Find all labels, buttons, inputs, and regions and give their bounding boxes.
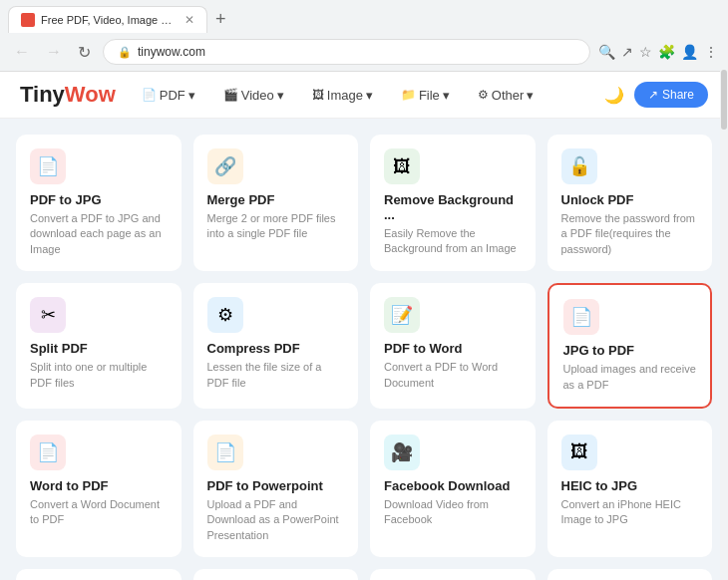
tool-desc-pdf-to-powerpoint: Upload a PDF and Download as a PowerPoin… — [207, 497, 345, 543]
tool-card-pdf-to-jpg[interactable]: 📄PDF to JPGConvert a PDF to JPG and down… — [16, 135, 182, 271]
nav-pdf-label: PDF — [160, 88, 185, 103]
tool-icon-facebook-download: 🎥 — [384, 435, 420, 470]
tool-desc-jpg-to-pdf: Upload images and receive as a PDF — [563, 362, 697, 393]
share-button[interactable]: ↗ Share — [634, 82, 708, 108]
tool-title-word-to-pdf: Word to PDF — [30, 478, 168, 493]
browser-chrome: Free PDF, Video, Image & Othe... ✕ + ← →… — [0, 0, 728, 72]
nav-image[interactable]: 🖼 Image ▾ — [306, 84, 379, 107]
menu-icon[interactable]: ⋮ — [704, 44, 718, 60]
tool-desc-compress-pdf: Lessen the file size of a PDF file — [207, 360, 345, 391]
tool-icon-split-pdf: ✂ — [30, 297, 66, 333]
active-tab[interactable]: Free PDF, Video, Image & Othe... ✕ — [8, 6, 207, 33]
main-nav: 📄 PDF ▾ 🎬 Video ▾ 🖼 Image ▾ 📁 File ▾ ⚙ — [136, 84, 584, 107]
tool-card-pdf-to-word[interactable]: 📝PDF to WordConvert a PDF to Word Docume… — [370, 283, 536, 409]
tool-icon-pdf-to-powerpoint: 📄 — [207, 435, 243, 470]
new-tab-button[interactable]: + — [211, 9, 230, 30]
tool-title-compress-pdf: Compress PDF — [207, 341, 345, 356]
tool-card-facebook-download[interactable]: 🎥Facebook DownloadDownload Video from Fa… — [370, 421, 536, 557]
profile-icon[interactable]: 👤 — [681, 44, 698, 60]
nav-pdf[interactable]: 📄 PDF ▾ — [136, 84, 201, 107]
tool-title-pdf-to-jpg: PDF to JPG — [30, 192, 168, 207]
address-bar: ← → ↻ 🔒 tinywow.com 🔍 ↗ ☆ 🧩 👤 ⋮ — [0, 33, 728, 71]
tool-card-url-tracer[interactable]: 🔗URL TracerEnter a URL and view all the … — [193, 569, 359, 580]
video-icon: 🎬 — [223, 88, 238, 102]
tool-card-lorem-ipsum[interactable]: 📝Lorem Ipsum Generat...Generate Lorem ip… — [370, 569, 536, 580]
nav-file[interactable]: 📁 File ▾ — [395, 84, 456, 107]
tool-card-compress-pdf[interactable]: ⚙Compress PDFLessen the file size of a P… — [193, 283, 359, 409]
site-logo[interactable]: TinyWow — [20, 82, 116, 108]
tool-desc-pdf-to-jpg: Convert a PDF to JPG and download each p… — [30, 211, 168, 257]
site-header: TinyWow 📄 PDF ▾ 🎬 Video ▾ 🖼 Image ▾ 📁 Fi… — [0, 72, 728, 119]
nav-other[interactable]: ⚙ Other ▾ — [472, 84, 541, 107]
scrollbar-track[interactable] — [720, 60, 728, 580]
tool-title-jpg-to-pdf: JPG to PDF — [563, 343, 697, 358]
tool-title-facebook-download: Facebook Download — [384, 478, 522, 493]
tool-title-pdf-to-powerpoint: PDF to Powerpoint — [207, 478, 345, 493]
bookmark-icon[interactable]: ☆ — [639, 44, 652, 60]
tab-close-button[interactable]: ✕ — [184, 13, 194, 27]
address-input[interactable]: 🔒 tinywow.com — [103, 39, 590, 65]
url-text: tinywow.com — [138, 45, 205, 59]
tool-icon-pdf-to-word: 📝 — [384, 297, 420, 333]
image-icon: 🖼 — [312, 88, 324, 102]
tool-desc-word-to-pdf: Convert a Word Document to PDF — [30, 497, 168, 528]
tab-label: Free PDF, Video, Image & Othe... — [41, 14, 179, 26]
tool-title-pdf-to-word: PDF to Word — [384, 341, 522, 356]
tool-card-heic-to-jpg[interactable]: 🖼HEIC to JPGConvert an iPhone HEIC Image… — [547, 421, 713, 557]
tool-card-merge-pdf[interactable]: 🔗Merge PDFMerge 2 or more PDF files into… — [193, 135, 359, 271]
toolbar-icons: 🔍 ↗ ☆ 🧩 👤 ⋮ — [598, 44, 718, 60]
nav-file-label: File — [419, 88, 440, 103]
tool-desc-facebook-download: Download Video from Facebook — [384, 497, 522, 528]
other-icon: ⚙ — [478, 88, 489, 102]
tool-title-unlock-pdf: Unlock PDF — [561, 192, 699, 207]
tool-icon-heic-to-jpg: 🖼 — [561, 435, 597, 470]
tool-card-pdf-to-powerpoint[interactable]: 📄PDF to PowerpointUpload a PDF and Downl… — [193, 421, 359, 557]
back-button[interactable]: ← — [10, 41, 34, 63]
tool-title-heic-to-jpg: HEIC to JPG — [561, 478, 699, 493]
nav-file-chevron: ▾ — [443, 88, 450, 103]
tool-icon-unlock-pdf: 🔓 — [561, 148, 597, 184]
header-actions: 🌙 ↗ Share — [604, 82, 708, 108]
tool-icon-remove-background: 🖼 — [384, 148, 420, 184]
tools-grid: 📄PDF to JPGConvert a PDF to JPG and down… — [16, 135, 712, 580]
nav-image-chevron: ▾ — [366, 88, 373, 103]
file-icon: 📁 — [401, 88, 416, 102]
nav-pdf-chevron: ▾ — [188, 88, 195, 103]
dark-mode-button[interactable]: 🌙 — [604, 86, 624, 105]
tool-icon-jpg-to-pdf: 📄 — [563, 299, 599, 335]
lock-icon: 🔒 — [118, 46, 132, 59]
nav-video-label: Video — [241, 88, 274, 103]
tool-title-split-pdf: Split PDF — [30, 341, 168, 356]
tool-card-unlock-pdf[interactable]: 🔓Unlock PDFRemove the password from a PD… — [547, 135, 713, 271]
share-icon[interactable]: ↗ — [621, 44, 633, 60]
nav-image-label: Image — [327, 88, 363, 103]
forward-button[interactable]: → — [42, 41, 66, 63]
browser-window: Free PDF, Video, Image & Othe... ✕ + ← →… — [0, 0, 728, 580]
tool-desc-remove-background: Easily Remove the Background from an Ima… — [384, 226, 522, 257]
tool-card-jpg-to-pdf[interactable]: 📄JPG to PDFUpload images and receive as … — [547, 283, 713, 409]
search-icon[interactable]: 🔍 — [598, 44, 615, 60]
tool-card-split-pdf[interactable]: ✂Split PDFSplit into one or multiple PDF… — [16, 283, 182, 409]
tool-icon-compress-pdf: ⚙ — [207, 297, 243, 333]
logo-wow: Wow — [65, 82, 116, 107]
tool-card-word-to-pdf[interactable]: 📄Word to PDFConvert a Word Document to P… — [16, 421, 182, 557]
tool-card-url-to-pdf[interactable]: 📄URL to PDFEnter a URL and receive the P… — [547, 569, 713, 580]
nav-video[interactable]: 🎬 Video ▾ — [217, 84, 290, 107]
tool-card-extract-images[interactable]: 📄Extract images PDFDownload the Images f… — [16, 569, 182, 580]
extension-icon[interactable]: 🧩 — [658, 44, 675, 60]
tool-title-merge-pdf: Merge PDF — [207, 192, 345, 207]
main-content: 📄PDF to JPGConvert a PDF to JPG and down… — [0, 119, 728, 580]
tool-desc-split-pdf: Split into one or multiple PDF files — [30, 360, 168, 391]
nav-other-chevron: ▾ — [527, 88, 534, 103]
tool-desc-pdf-to-word: Convert a PDF to Word Document — [384, 360, 522, 391]
pdf-icon: 📄 — [142, 88, 157, 102]
nav-video-chevron: ▾ — [277, 88, 284, 103]
reload-button[interactable]: ↻ — [74, 41, 95, 64]
share-icon-btn: ↗ — [648, 88, 658, 102]
tool-card-remove-background[interactable]: 🖼Remove Background ...Easily Remove the … — [370, 135, 536, 271]
tool-desc-merge-pdf: Merge 2 or more PDF files into a single … — [207, 211, 345, 242]
tool-icon-merge-pdf: 🔗 — [207, 148, 243, 184]
tab-favicon — [21, 13, 35, 27]
scrollbar-thumb[interactable] — [721, 70, 727, 130]
tool-title-remove-background: Remove Background ... — [384, 192, 522, 222]
